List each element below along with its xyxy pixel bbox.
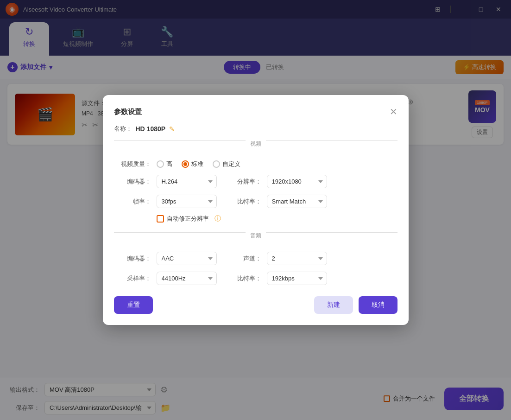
quality-radio-group: 高 标准 自定义 <box>157 160 240 168</box>
video-quality-row: 视频质量： 高 标准 自定义 <box>114 160 397 168</box>
dialog-close-button[interactable]: ✕ <box>390 106 397 117</box>
audio-section-divider: 音频 <box>114 232 397 244</box>
auto-fix-row: 自动修正分辨率 ⓘ <box>114 215 397 223</box>
audio-encoder-channels-row: 编码器： AAC 声道： 2 <box>114 252 397 265</box>
audio-bitrate-select[interactable]: 192kbps <box>267 272 327 285</box>
dialog-footer: 重置 新建 取消 <box>114 296 397 314</box>
audio-section-label: 音频 <box>246 232 266 239</box>
radio-circle-high <box>157 160 164 168</box>
resolution-label: 分辨率： <box>233 178 261 186</box>
framerate-label: 帧率： <box>114 197 151 206</box>
audio-encoder-select[interactable]: AAC <box>157 252 217 265</box>
reset-button[interactable]: 重置 <box>114 296 153 314</box>
params-dialog: 参数设置 ✕ 名称： HD 1080P ✎ 视频 视频质量： 高 标准 <box>103 95 409 325</box>
dialog-title: 参数设置 <box>114 108 142 116</box>
quality-radio-standard[interactable]: 标准 <box>182 160 203 168</box>
quality-high-label: 高 <box>166 160 172 168</box>
profile-name-row: 名称： HD 1080P ✎ <box>114 125 397 133</box>
quality-radio-high[interactable]: 高 <box>157 160 172 168</box>
quality-label: 视频质量： <box>114 160 151 168</box>
video-section-divider: 视频 <box>114 140 397 153</box>
video-bitrate-select[interactable]: Smart Match <box>267 195 327 208</box>
video-encoder-select[interactable]: H.264 <box>157 175 217 188</box>
video-framerate-select[interactable]: 30fps <box>157 195 217 208</box>
new-button[interactable]: 新建 <box>314 296 353 314</box>
auto-fix-label: 自动修正分辨率 <box>167 215 209 223</box>
profile-edit-icon[interactable]: ✎ <box>169 125 175 133</box>
auto-fix-box <box>157 215 164 223</box>
auto-fix-info-icon[interactable]: ⓘ <box>214 215 221 223</box>
profile-name-value: HD 1080P <box>136 125 166 133</box>
encoder-label: 编码器： <box>114 178 151 186</box>
audio-channels-select[interactable]: 2 <box>267 252 327 265</box>
sample-rate-label: 采样率： <box>114 274 151 283</box>
video-section-label: 视频 <box>246 140 266 147</box>
quality-custom-label: 自定义 <box>222 160 240 168</box>
bitrate-label: 比特率： <box>233 197 261 206</box>
radio-circle-custom <box>213 160 220 168</box>
encoder-resolution-row: 编码器： H.264 分辨率： 1920x1080 <box>114 175 397 188</box>
framerate-bitrate-row: 帧率： 30fps 比特率： Smart Match <box>114 195 397 208</box>
audio-bitrate-label: 比特率： <box>233 274 261 283</box>
video-resolution-select[interactable]: 1920x1080 <box>267 175 327 188</box>
profile-name-prefix: 名称： <box>114 125 132 133</box>
channels-label: 声道： <box>233 255 261 263</box>
audio-samplerate-bitrate-row: 采样率： 44100Hz 比特率： 192kbps <box>114 272 397 285</box>
radio-circle-standard <box>182 160 189 168</box>
cancel-button[interactable]: 取消 <box>359 296 397 314</box>
quality-radio-custom[interactable]: 自定义 <box>213 160 240 168</box>
quality-standard-label: 标准 <box>191 160 203 168</box>
dialog-header: 参数设置 ✕ <box>114 106 397 117</box>
audio-encoder-label: 编码器： <box>114 255 151 263</box>
auto-fix-checkbox[interactable]: 自动修正分辨率 <box>157 215 209 223</box>
audio-samplerate-select[interactable]: 44100Hz <box>157 272 217 285</box>
dialog-overlay: 参数设置 ✕ 名称： HD 1080P ✎ 视频 视频质量： 高 标准 <box>0 0 511 420</box>
